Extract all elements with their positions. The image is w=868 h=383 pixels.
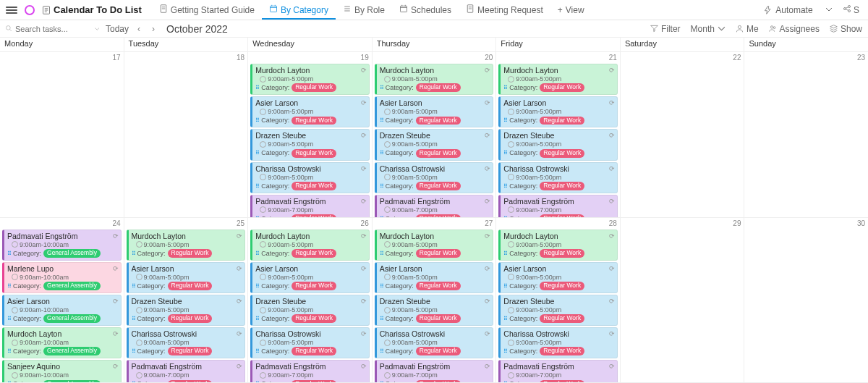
category-badge: General Assembly (43, 314, 101, 323)
category-badge: Regular Work (540, 380, 584, 383)
event-card[interactable]: Padmavati Engström9:00am-7:00pmCategory:… (375, 195, 494, 218)
tab-by-category[interactable]: By Category (262, 0, 336, 20)
calendar-cell[interactable]: 18 (124, 52, 249, 218)
event-card[interactable]: Murdoch Layton9:00am-5:00pmCategory:Regu… (375, 64, 494, 95)
calendar-cell[interactable]: 19Murdoch Layton9:00am-5:00pmCategory:Re… (248, 52, 373, 218)
calendar-cell[interactable]: 23 (744, 52, 868, 218)
tab-meeting-request[interactable]: Meeting Request (459, 0, 550, 20)
event-time: 9:00am-5:00pm (384, 241, 490, 248)
add-view-button[interactable]: + View (550, 5, 592, 15)
event-card[interactable]: Padmavati Engström9:00am-7:00pmCategory:… (250, 195, 370, 218)
prev-month-button[interactable]: ‹ (135, 24, 143, 34)
event-card[interactable]: Drazen Steube9:00am-5:00pmCategory:Regul… (127, 295, 246, 326)
event-card[interactable]: Padmavati Engström9:00am-7:00pmCategory:… (375, 360, 494, 383)
calendar-cell[interactable]: 26Murdoch Layton9:00am-5:00pmCategory:Re… (248, 218, 373, 384)
event-category-row: Category:Regular Work (503, 83, 614, 92)
category-badge: General Assembly (43, 347, 101, 355)
event-card[interactable]: Drazen Steube9:00am-5:00pmCategory:Regul… (250, 129, 370, 160)
calendar-cell[interactable]: 17 (0, 52, 124, 218)
day-header-row: MondayTuesdayWednesdayThursdayFridaySatu… (0, 38, 868, 52)
event-card[interactable]: Murdoch Layton9:00am-5:00pmCategory:Regu… (498, 64, 618, 95)
event-card[interactable]: Murdoch Layton9:00am-5:00pmCategory:Regu… (375, 230, 494, 261)
show-button[interactable]: Show (830, 24, 862, 34)
calendar-cell[interactable]: 22 (621, 52, 745, 218)
tab-schedules[interactable]: Schedules (392, 0, 459, 20)
event-card[interactable]: Murdoch Layton9:00am-10:00amCategory:Gen… (2, 327, 122, 358)
assignees-filter[interactable]: Assignees (769, 24, 820, 34)
event-category-row: Category:Regular Work (503, 149, 614, 158)
event-card[interactable]: Asier Larson9:00am-5:00pmCategory:Regula… (250, 262, 370, 293)
event-title: Charissa Ostrowski (255, 329, 366, 338)
event-card[interactable]: Murdoch Layton9:00am-5:00pmCategory:Regu… (250, 64, 370, 95)
workspace-logo[interactable] (25, 5, 35, 15)
event-card[interactable]: Asier Larson9:00am-5:00pmCategory:Regula… (375, 96, 494, 127)
event-card[interactable]: Drazen Steube9:00am-5:00pmCategory:Regul… (375, 295, 494, 326)
next-month-button[interactable]: › (149, 24, 158, 34)
event-card[interactable]: Padmavati Engström9:00am-7:00pmCategory:… (127, 360, 246, 383)
event-card[interactable]: Charissa Ostrowski9:00am-5:00pmCategory:… (375, 327, 494, 358)
today-button[interactable]: Today (106, 24, 129, 34)
event-card[interactable]: Drazen Steube9:00am-5:00pmCategory:Regul… (250, 295, 370, 326)
event-category-row: Category:Regular Work (255, 249, 366, 258)
event-card[interactable]: Padmavati Engström9:00am-7:00pmCategory:… (498, 195, 618, 218)
event-card[interactable]: Padmavati Engström9:00am-10:00amCategory… (2, 230, 122, 261)
event-time: 9:00am-5:00pm (384, 306, 490, 313)
doc-title[interactable]: Calendar To Do List (42, 4, 142, 15)
calendar-cell[interactable]: 21Murdoch Layton9:00am-5:00pmCategory:Re… (496, 52, 621, 218)
me-filter[interactable]: Me (736, 24, 759, 34)
filter-button[interactable]: Filter (650, 24, 681, 34)
event-card[interactable]: Murdoch Layton9:00am-5:00pmCategory:Regu… (250, 230, 370, 261)
event-card[interactable]: Charissa Ostrowski9:00am-5:00pmCategory:… (250, 162, 370, 193)
svg-point-21 (843, 8, 846, 10)
event-card[interactable]: Asier Larson9:00am-5:00pmCategory:Regula… (498, 96, 618, 127)
event-category-row: Category:Regular Work (132, 314, 242, 323)
event-card[interactable]: Charissa Ostrowski9:00am-5:00pmCategory:… (250, 327, 370, 358)
recurring-icon: ⟳ (609, 298, 615, 305)
event-time: 9:00am-7:00pm (508, 206, 614, 214)
tab-icon (269, 4, 278, 15)
recurring-icon: ⟳ (609, 99, 615, 106)
calendar-cell[interactable]: 29 (621, 218, 745, 384)
event-card[interactable]: Charissa Ostrowski9:00am-5:00pmCategory:… (375, 162, 494, 193)
calendar-cell[interactable]: 24Padmavati Engström9:00am-10:00amCatego… (0, 218, 124, 384)
event-card[interactable]: Charissa Ostrowski9:00am-5:00pmCategory:… (127, 327, 246, 358)
event-category-row: Category:Regular Work (380, 149, 490, 158)
event-card[interactable]: Padmavati Engström9:00am-7:00pmCategory:… (498, 360, 618, 383)
svg-line-27 (10, 30, 12, 31)
automate-button[interactable]: Automate (759, 3, 817, 17)
automate-dropdown[interactable] (822, 4, 835, 17)
share-button[interactable]: S (840, 3, 862, 17)
calendar-cell[interactable]: 20Murdoch Layton9:00am-5:00pmCategory:Re… (373, 52, 497, 218)
event-card[interactable]: Asier Larson9:00am-5:00pmCategory:Regula… (498, 262, 618, 293)
event-card[interactable]: Asier Larson9:00am-5:00pmCategory:Regula… (250, 96, 370, 127)
menu-icon[interactable] (6, 7, 17, 14)
event-card[interactable]: Asier Larson9:00am-5:00pmCategory:Regula… (375, 262, 494, 293)
calendar-cell[interactable]: 30 (744, 218, 868, 384)
calendar-cell[interactable]: 28Murdoch Layton9:00am-5:00pmCategory:Re… (496, 218, 621, 384)
timeframe-dropdown[interactable]: Month (691, 24, 726, 34)
event-card[interactable]: Sanjeev Aquino9:00am-10:00amCategory:Gen… (2, 360, 122, 383)
search-box[interactable] (6, 25, 100, 33)
event-time: 9:00am-5:00pm (136, 274, 242, 281)
calendar-cell[interactable]: 27Murdoch Layton9:00am-5:00pmCategory:Re… (373, 218, 497, 384)
tab-by-role[interactable]: By Role (336, 0, 392, 20)
event-card[interactable]: Charissa Ostrowski9:00am-5:00pmCategory:… (498, 162, 618, 193)
event-card[interactable]: Murdoch Layton9:00am-5:00pmCategory:Regu… (498, 230, 618, 261)
event-card[interactable]: Drazen Steube9:00am-5:00pmCategory:Regul… (375, 129, 494, 160)
event-card[interactable]: Marlene Lupo9:00am-10:00amCategory:Gener… (2, 262, 122, 293)
event-card[interactable]: Drazen Steube9:00am-5:00pmCategory:Regul… (498, 295, 618, 326)
recurring-icon: ⟳ (361, 99, 367, 106)
tab-getting-started-guide[interactable]: Getting Started Guide (152, 0, 262, 20)
date-number: 17 (112, 54, 120, 62)
category-badge: Regular Work (540, 83, 584, 92)
event-card[interactable]: Charissa Ostrowski9:00am-5:00pmCategory:… (498, 327, 618, 358)
chevron-down-icon[interactable] (95, 26, 100, 32)
event-card[interactable]: Asier Larson9:00am-5:00pmCategory:Regula… (127, 262, 246, 293)
calendar-cell[interactable]: 25Murdoch Layton9:00am-5:00pmCategory:Re… (124, 218, 249, 384)
event-card[interactable]: Padmavati Engström9:00am-7:00pmCategory:… (250, 360, 370, 383)
event-card[interactable]: Asier Larson9:00am-10:00amCategory:Gener… (2, 295, 122, 326)
recurring-icon: ⟳ (361, 198, 367, 205)
event-card[interactable]: Murdoch Layton9:00am-5:00pmCategory:Regu… (127, 230, 246, 261)
event-card[interactable]: Drazen Steube9:00am-5:00pmCategory:Regul… (498, 129, 618, 160)
search-input[interactable] (15, 25, 92, 33)
